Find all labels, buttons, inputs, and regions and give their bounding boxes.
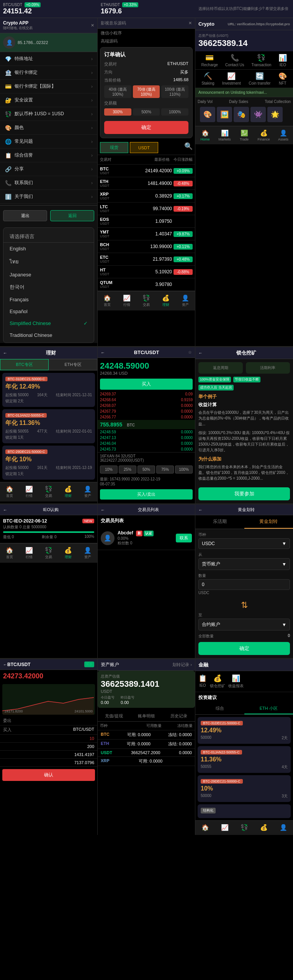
nav-finance[interactable]: 💰理财 xyxy=(156,293,175,309)
sidebar-item-reputation[interactable]: 📋 综合信誉 › xyxy=(0,149,97,162)
sidebar-item-bank-intl[interactable]: 💳 银行卡绑定【国际】 › xyxy=(0,80,97,93)
investment-btn[interactable]: 📈 Investment xyxy=(222,72,241,85)
ieo-btn[interactable]: 📊 IEO xyxy=(278,54,287,67)
lev-btn-100[interactable]: 100倍 (最高110%) xyxy=(161,85,188,98)
sidebar-item-color[interactable]: 🎨 颜色 › xyxy=(0,121,97,135)
sidebar-item-about[interactable]: ℹ️ 关于我们 › xyxy=(0,190,97,204)
lang-option-french[interactable]: Français xyxy=(3,294,94,305)
nav-home-fin[interactable]: 🏠 xyxy=(195,822,215,833)
buy-sell-button[interactable]: 买入/卖出 xyxy=(100,489,193,500)
sidebar-item-contact[interactable]: 📞 联系我们 › xyxy=(0,176,97,190)
back-icon-tr[interactable]: ← xyxy=(198,508,203,512)
trade-confirm-button[interactable]: 确认 xyxy=(2,769,95,781)
nav-trade-fin[interactable]: 💱 xyxy=(234,822,254,833)
sidebar-item-currency[interactable]: 💱 默认币种 1USD = 1USD › xyxy=(0,107,97,121)
currency-selector[interactable]: USDC ▼ xyxy=(198,538,290,549)
nav-asset[interactable]: 👤资产 xyxy=(175,293,195,309)
nav-trade[interactable]: 💱交易 xyxy=(137,293,156,309)
contact-member-button[interactable]: 联系 xyxy=(176,534,192,542)
nft-item[interactable]: 🖼️ xyxy=(217,107,232,122)
star-icon[interactable]: ☆ xyxy=(188,350,192,355)
lang-option-spanish[interactable]: Español xyxy=(3,305,94,317)
amount-1000[interactable]: 1000% xyxy=(161,108,188,116)
recharge-btn[interactable]: 💳 Recharge xyxy=(201,54,218,67)
amount-500[interactable]: 500% xyxy=(133,108,160,116)
nav-finance-fin[interactable]: 💰 xyxy=(254,822,273,833)
transaction-btn[interactable]: 💱 Transaction xyxy=(251,54,271,67)
gold-tab-transfer[interactable]: 黄金划转 xyxy=(244,515,293,529)
lev-75[interactable]: 75% xyxy=(156,466,174,474)
nft-item[interactable]: 👾 xyxy=(250,107,266,122)
invest-tab-all[interactable]: 综合 xyxy=(195,703,244,714)
join-button[interactable]: 我要参加 xyxy=(198,487,290,500)
nav-markets-right[interactable]: 📊Markets xyxy=(215,128,234,143)
nav-assets-right[interactable]: 👤Assets xyxy=(273,128,293,143)
lang-option-japanese[interactable]: Japanese xyxy=(3,269,94,281)
nft-item[interactable]: 🌟 xyxy=(267,107,283,122)
gold-tab-regular[interactable]: 乐活期 xyxy=(195,515,244,529)
search-icon[interactable]: 🔍 xyxy=(184,142,193,153)
nav-trade-right[interactable]: 💹Trade xyxy=(234,128,254,143)
lang-option-english[interactable]: English xyxy=(3,243,94,255)
nav-market-fin[interactable]: 📈 xyxy=(215,822,234,833)
to-selector[interactable]: 合约账户 ▼ xyxy=(198,619,290,630)
sidebar-item-bank[interactable]: 🏦 银行卡绑定 › xyxy=(0,66,97,80)
lev-25[interactable]: 25% xyxy=(119,466,136,474)
nav-finance-m[interactable]: 💰理财 xyxy=(58,484,78,500)
sidebar-item-special-address[interactable]: 💎 特殊地址 › xyxy=(0,52,97,66)
contact-btn[interactable]: 📞 Contact Us xyxy=(225,54,244,67)
nft-item[interactable]: 🎭 xyxy=(234,107,249,122)
tab-btc[interactable]: 现货 xyxy=(100,142,128,153)
nav-asset-m[interactable]: 👤资产 xyxy=(78,484,97,500)
transfer-confirm-button[interactable]: 确定 xyxy=(198,642,290,655)
back-icon-trade[interactable]: ← xyxy=(3,662,7,667)
back-icon-staking[interactable]: ← xyxy=(198,351,203,355)
lev-100[interactable]: 100% xyxy=(175,466,193,474)
nav-home-ieo[interactable]: 🏠首页 xyxy=(0,545,20,561)
nav-market-ieo[interactable]: 📈行情 xyxy=(20,545,39,561)
nav-asset-fin[interactable]: 👤 xyxy=(273,822,293,833)
nav-finance-ieo[interactable]: 💰理财 xyxy=(58,545,78,561)
lev-10[interactable]: 10% xyxy=(100,466,118,474)
amount-300[interactable]: 300% xyxy=(104,108,131,116)
nft-item[interactable]: 🎨 xyxy=(200,107,215,122)
staking-btn[interactable]: ⛏️ Staking xyxy=(201,72,214,85)
lang-option-simplified-chinese[interactable]: Simplified Chinese ✓ xyxy=(3,317,94,329)
close-icon-mid[interactable]: ✕ xyxy=(188,21,192,26)
exit-button[interactable]: 退出 xyxy=(3,210,47,221)
nav-finance-right[interactable]: 💰Finance xyxy=(254,128,273,143)
order-confirm-button[interactable]: 确定 xyxy=(104,121,188,134)
lev-50[interactable]: 50% xyxy=(137,466,155,474)
sidebar-item-share[interactable]: 🔗 分享 › xyxy=(0,162,97,176)
nav-trade-ieo[interactable]: 💱交易 xyxy=(39,545,59,561)
lang-option-korean[interactable]: 한국어 xyxy=(3,281,94,294)
tab-usdt[interactable]: USDT xyxy=(130,142,158,153)
lev-btn-70[interactable]: 70倍 (最高100%) xyxy=(133,85,160,98)
tab-bills[interactable]: 账单明细 xyxy=(130,711,163,721)
lang-option-thai[interactable]: ไทย xyxy=(3,255,94,269)
tab-eth-zone[interactable]: ETH专区 xyxy=(49,359,97,370)
nft-btn[interactable]: 🎨 NFT xyxy=(278,72,287,85)
finance-report-btn[interactable]: 📊 收益报表 xyxy=(228,674,244,689)
nav-home-right[interactable]: 🏠Home xyxy=(195,128,215,143)
tab-btc-zone[interactable]: BTC专区 xyxy=(0,359,49,370)
nav-trade-m[interactable]: 💱交易 xyxy=(39,484,59,500)
invest-tab-eth[interactable]: ETH 小区 xyxy=(244,703,293,714)
coin-transfer-btn[interactable]: 🔄 Coin transfer xyxy=(249,72,270,85)
lev-btn-40[interactable]: 40倍 (最高100%) xyxy=(104,85,131,98)
close-icon[interactable]: ✕ xyxy=(91,23,94,28)
nav-home-m[interactable]: 🏠首页 xyxy=(0,484,20,500)
tab-recharge[interactable]: 充值/提现 xyxy=(98,711,130,721)
sidebar-item-faq[interactable]: 🌐 常见问题 › xyxy=(0,135,97,149)
finance-ieo-btn[interactable]: 📋 IEO xyxy=(198,674,207,689)
swap-icon[interactable]: ⇅ xyxy=(241,600,248,610)
sidebar-item-security[interactable]: 🔐 安全设置 › xyxy=(0,93,97,107)
tab-history[interactable]: 历史记录 xyxy=(162,711,195,721)
transfer-records-btn[interactable]: 划转记录 › xyxy=(172,662,192,668)
back-icon-ob[interactable]: ← xyxy=(101,350,105,355)
nav-market-m[interactable]: 📈行情 xyxy=(20,484,39,500)
nav-market[interactable]: 📈行情 xyxy=(117,293,137,309)
back-icon-ex[interactable]: ← xyxy=(101,508,105,512)
lang-option-traditional-chinese[interactable]: Traditional Chinese xyxy=(3,329,94,341)
back-icon[interactable]: ← xyxy=(3,351,7,355)
